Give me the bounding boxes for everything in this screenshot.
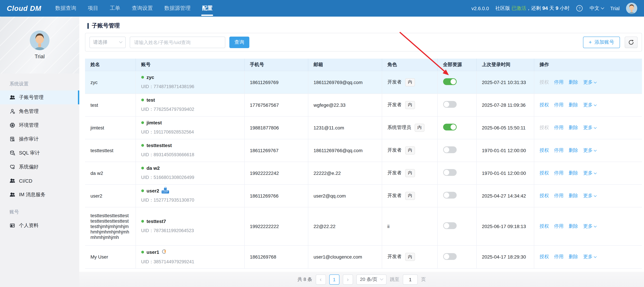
sidebar-item[interactable]: CI/CD <box>0 174 79 188</box>
user-avatar[interactable] <box>626 3 637 14</box>
sidebar-item-label: 子账号管理 <box>19 94 44 101</box>
authorize-action[interactable]: 授权 <box>540 102 549 107</box>
more-action[interactable]: 更多 <box>583 124 596 130</box>
more-action[interactable]: 更多 <box>583 170 596 175</box>
delete-action[interactable]: 删除 <box>568 193 578 198</box>
delete-action[interactable]: 删除 <box>568 102 578 107</box>
more-action[interactable]: 更多 <box>583 102 596 107</box>
toggle-knob <box>444 102 449 107</box>
sidebar-item[interactable]: IM 消息服务 <box>0 188 79 202</box>
internal-role-badge: 内 <box>405 78 415 86</box>
nav-item-4[interactable]: 查询设置 <box>126 0 158 16</box>
next-page-button[interactable]: › <box>343 274 353 284</box>
cell-email: 18611269766@qq.com <box>308 139 382 162</box>
sidebar-item[interactable]: 系统偏好 <box>0 160 79 174</box>
authorize-action[interactable]: 授权 <box>540 193 549 198</box>
filter-type-select[interactable]: 请选择 <box>90 36 126 48</box>
toggle-knob <box>444 254 449 259</box>
delete-action[interactable]: 删除 <box>568 147 578 153</box>
all-resources-toggle[interactable] <box>443 146 456 153</box>
column-header: 上次登录时间 <box>476 58 534 71</box>
sidebar-item[interactable]: SQL 审计 <box>0 146 79 160</box>
license-status: 社区版 已激活，还剩 94 天 9 小时 <box>495 5 570 12</box>
page-size-select[interactable]: 20 条/页 <box>356 274 386 284</box>
cell-name: zyc <box>85 71 136 94</box>
nav-item-6[interactable]: 配置 <box>196 0 218 16</box>
sidebar-item[interactable]: 角色管理 <box>0 104 79 118</box>
nav-item-1[interactable]: 数据查询 <box>50 0 82 16</box>
role-name: 开发者 <box>388 147 402 152</box>
disable-action[interactable]: 停用 <box>554 124 564 130</box>
nav-item-2[interactable]: 项目 <box>82 0 104 16</box>
chevron-down-icon <box>601 6 604 9</box>
delete-action[interactable]: 删除 <box>568 170 578 175</box>
add-account-button[interactable]: + 添加账号 <box>583 36 620 48</box>
search-input[interactable] <box>130 36 225 48</box>
active-tab-underline <box>202 14 213 16</box>
online-status-dot <box>141 121 144 124</box>
jump-prefix-label: 跳至 <box>390 276 400 282</box>
internal-role-badge: 内 <box>405 101 415 109</box>
all-resources-toggle[interactable] <box>443 124 456 130</box>
table-row: testtesttesttesttesttesttesttesttesttest… <box>85 207 642 245</box>
more-action[interactable]: 更多 <box>583 79 596 84</box>
toggle-knob <box>444 147 449 152</box>
cell-email: 22222@e.22 <box>308 162 382 184</box>
sidebar-item[interactable]: 个人资料 <box>0 218 79 232</box>
prev-page-button[interactable]: ‹ <box>316 274 326 284</box>
authorize-action[interactable]: 授权 <box>540 223 549 228</box>
delete-action[interactable]: 删除 <box>568 124 578 130</box>
delete-action[interactable]: 删除 <box>568 79 578 84</box>
all-resources-toggle[interactable] <box>443 253 456 260</box>
disable-action[interactable]: 停用 <box>554 254 564 259</box>
more-action[interactable]: 更多 <box>583 147 596 153</box>
cell-email: 1231@11.com <box>308 116 382 139</box>
cell-role: 开发者内 <box>382 245 437 268</box>
sidebar-item[interactable]: 子账号管理 <box>0 90 79 104</box>
people-icon <box>10 178 15 184</box>
more-action[interactable]: 更多 <box>583 254 596 259</box>
account-name: da w2 <box>146 165 160 171</box>
more-action[interactable]: 更多 <box>583 193 596 198</box>
account-uid: UID：8931450593666618 <box>141 152 239 158</box>
account-uid: UID：7762554797939402 <box>141 106 239 112</box>
cell-phone: 17767567567 <box>244 94 308 116</box>
account-line: da w2 <box>141 165 239 171</box>
authorize-action[interactable]: 授权 <box>540 170 549 175</box>
nav-item-3[interactable]: 工单 <box>104 0 126 16</box>
role-name: 开发者 <box>388 192 402 198</box>
all-resources-toggle[interactable] <box>443 222 456 229</box>
role-icon <box>10 108 15 114</box>
nav-item-5[interactable]: 数据源管理 <box>158 0 196 16</box>
language-selector[interactable]: 中文 <box>590 5 604 12</box>
jump-page-input[interactable] <box>403 274 418 284</box>
more-action[interactable]: 更多 <box>583 223 596 228</box>
cell-last-login: 2025-06-17 09:18:13 <box>476 207 534 245</box>
search-button[interactable]: 查询 <box>229 36 249 48</box>
online-status-dot <box>141 190 144 192</box>
disable-action[interactable]: 停用 <box>554 102 564 107</box>
help-icon[interactable]: ? <box>576 5 583 12</box>
all-resources-toggle[interactable] <box>443 101 456 108</box>
sidebar: Trial 系统设置子账号管理角色管理环境管理操作审计SQL 审计系统偏好CI/… <box>0 16 79 287</box>
disable-action[interactable]: 停用 <box>554 223 564 228</box>
sidebar-profile: Trial <box>0 16 79 74</box>
disable-action[interactable]: 停用 <box>554 193 564 198</box>
authorize-action[interactable]: 授权 <box>540 147 549 153</box>
account-uid: UID：3857144979299241 <box>141 259 239 265</box>
refresh-button[interactable] <box>625 36 638 48</box>
delete-action[interactable]: 删除 <box>568 254 578 259</box>
authorize-action[interactable]: 授权 <box>540 254 549 259</box>
sidebar-item[interactable]: 环境管理 <box>0 118 79 132</box>
cell-phone: 19922222242 <box>244 162 308 184</box>
sidebar-item[interactable]: 操作审计 <box>0 132 79 146</box>
disable-action[interactable]: 停用 <box>554 147 564 153</box>
all-resources-toggle[interactable] <box>443 169 456 176</box>
disable-action[interactable]: 停用 <box>554 79 564 84</box>
all-resources-toggle[interactable] <box>443 78 456 85</box>
disable-action[interactable]: 停用 <box>554 170 564 175</box>
page-number-button[interactable]: 1 <box>329 274 339 284</box>
profile-avatar[interactable] <box>30 30 50 50</box>
all-resources-toggle[interactable] <box>443 192 456 198</box>
delete-action[interactable]: 删除 <box>568 223 578 228</box>
